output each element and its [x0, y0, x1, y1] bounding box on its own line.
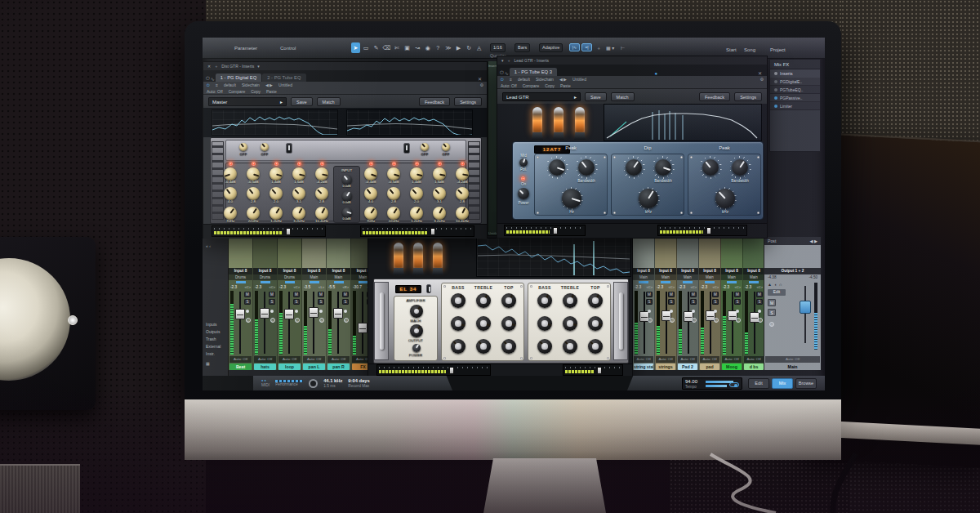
precount-button[interactable]: =| [581, 43, 592, 51]
view-button-edit[interactable]: Edit [748, 378, 769, 389]
eq-knob[interactable] [563, 339, 577, 354]
filter-knob[interactable] [261, 143, 269, 151]
mute-tool[interactable]: ▣ [403, 42, 412, 53]
metronome-button[interactable]: |∿ [569, 43, 580, 51]
mixer-channel-left-1[interactable]: Input 8Drums-2.3<C>MS⊘Auto: OffBeat [229, 237, 253, 370]
snap-dropdown[interactable]: Adaptive [539, 43, 563, 52]
channel-pan-value[interactable]: <L> [318, 284, 324, 290]
channel-fader-handle[interactable] [358, 323, 368, 333]
play-icon[interactable]: ▶ [454, 42, 463, 53]
quantize-value-dropdown[interactable]: 1/16 [490, 43, 506, 52]
compare-button[interactable]: Compare [229, 89, 246, 94]
eq-freq-knob[interactable] [410, 207, 423, 220]
mid-toggle-knob[interactable] [519, 158, 528, 167]
routing-icon[interactable]: ∿ [211, 76, 215, 82]
channel-pan-dot-icon[interactable] [714, 310, 717, 313]
channel-solo-button[interactable]: S [318, 299, 324, 305]
channel-name-tag[interactable]: loop [278, 364, 301, 370]
channel-mute-button[interactable]: M [646, 292, 653, 297]
compare-button[interactable]: Compare [523, 83, 540, 88]
channel-mute-button[interactable]: M [668, 292, 675, 297]
channel-pan-dot-icon[interactable] [670, 310, 673, 313]
tube-eq-knob[interactable] [655, 159, 671, 176]
mixer-channel-left-5[interactable]: Input 8Main-5.5<R>MS⊘Auto: Offpan R [327, 237, 351, 370]
feedback-button[interactable]: Feedback [419, 97, 450, 106]
channel-automation-mode[interactable]: Auto: Off [634, 356, 653, 363]
sidechain-label[interactable]: Sidechain [536, 77, 554, 82]
eq-q-knob[interactable] [364, 187, 377, 200]
output-post-header[interactable]: Post◀ ▶ [764, 237, 821, 245]
channel-automation-mode[interactable]: Auto: Off [722, 356, 742, 363]
channel-mute-button[interactable]: M [244, 292, 251, 297]
sidebar-item-inputs[interactable]: Inputs [206, 322, 217, 327]
copy-button[interactable]: Copy [545, 83, 555, 88]
eq-knob[interactable] [501, 316, 516, 331]
channel-bypass-icon[interactable]: ⊘ [758, 318, 763, 323]
eraser-tool[interactable]: ⌫ [382, 42, 391, 53]
channel-solo-button[interactable]: S [646, 299, 653, 305]
channel-mute-button[interactable]: M [293, 292, 300, 297]
chevron-down-icon[interactable]: ▾ [501, 58, 504, 63]
project-button[interactable]: Project [770, 47, 786, 52]
insert-slot-pgpassive[interactable]: PGPassive.. [770, 94, 820, 102]
channel-pan-dot-icon[interactable] [736, 310, 739, 313]
sidebar-item-external[interactable]: External [206, 344, 220, 349]
add-icon[interactable]: ＋ [507, 58, 511, 63]
range-tool[interactable]: ▭ [362, 42, 371, 53]
eq-knob[interactable] [588, 316, 603, 331]
filter-switch[interactable] [286, 143, 292, 154]
channel-mute-button[interactable]: M [342, 292, 349, 297]
eq-gain-knob[interactable] [456, 167, 469, 181]
match-button[interactable]: Match [317, 97, 341, 106]
mixer-channel-right-5[interactable]: Input 8Main-2.3<C>MS⊘Auto: OffMoog [721, 237, 743, 370]
output-knob[interactable] [410, 324, 423, 337]
tab-pg-digital-eq[interactable]: 1 - PG Digital EQ [216, 74, 261, 82]
frequency-select-knob[interactable] [562, 189, 581, 208]
eq-gain-knob[interactable] [433, 167, 446, 181]
filter-knob[interactable] [421, 143, 429, 151]
eq-q-knob[interactable] [456, 187, 469, 200]
meter-fader-handle[interactable] [430, 228, 435, 235]
mixer-channel-right-3[interactable]: Input 8Main-2.3<C>MS⊘Auto: OffPad 2 [677, 237, 699, 370]
channel-fader-handle[interactable] [333, 308, 343, 319]
eq-freq-knob[interactable] [224, 207, 237, 220]
channel-automation-mode[interactable]: Auto: Off [254, 356, 276, 363]
channel-name-tag[interactable]: pan R [327, 364, 350, 370]
channel-solo-button[interactable]: S [756, 299, 763, 305]
channel-name-tag[interactable]: strings [656, 364, 675, 370]
banks-grid-icon[interactable]: ▦ [206, 361, 210, 366]
channel-automation-mode[interactable]: Auto: Off [303, 356, 325, 363]
channel-mute-button[interactable]: M [318, 292, 324, 297]
channel-bypass-icon[interactable]: ⊘ [648, 318, 653, 323]
feedback-button[interactable]: Feedback [699, 92, 730, 101]
preset-dropdown[interactable]: default [518, 77, 530, 82]
eq-gain-knob[interactable] [387, 167, 400, 181]
plugin-window-digital-eq[interactable]: ✕ ＋ Dist GTR - Inserts ▾ ⏻ ∿ 1 - PG Digi… [203, 61, 488, 239]
channel-pan-value[interactable]: <C> [293, 284, 300, 290]
eq-q-knob[interactable] [433, 187, 446, 200]
listen-tool[interactable]: ◉ [423, 42, 432, 53]
meter-fader-handle[interactable] [597, 367, 602, 374]
channel-automation-mode[interactable]: Auto: Off [744, 356, 764, 363]
routing-icon[interactable]: ∿ [505, 70, 509, 76]
auto-mode[interactable]: Auto: Off [501, 83, 517, 88]
tab-parameter[interactable]: Parameter [234, 46, 257, 51]
eq-gain-knob[interactable] [224, 167, 237, 181]
tab-pg-tube-eq-3[interactable]: 1 - PG Tube EQ 3 [510, 68, 557, 76]
power-icon[interactable]: ⏻ [501, 77, 504, 83]
eq-knob[interactable] [476, 316, 491, 331]
output-bypass-icon[interactable]: ⊘ [769, 322, 774, 327]
loop-icon[interactable]: ↻ [465, 42, 474, 53]
eq-knob[interactable] [537, 339, 552, 354]
channel-automation-mode[interactable]: Auto: Off [278, 356, 301, 363]
eq-gain-knob[interactable] [364, 167, 377, 181]
inserts-header[interactable]: Inserts [770, 69, 820, 78]
mixer-channel-right-4[interactable]: Input 8Main-2.3<C>MS⊘Auto: Offpad [699, 237, 721, 370]
eq-freq-knob[interactable] [387, 207, 400, 220]
channel-bypass-icon[interactable]: ⊘ [295, 318, 300, 323]
output-edit-button[interactable]: Edit [768, 289, 786, 296]
eq-knob[interactable] [588, 339, 603, 354]
channel-pan-value[interactable]: <C> [690, 284, 697, 290]
insert-power-icon[interactable] [774, 80, 777, 83]
close-icon[interactable]: ✕ [755, 70, 764, 76]
